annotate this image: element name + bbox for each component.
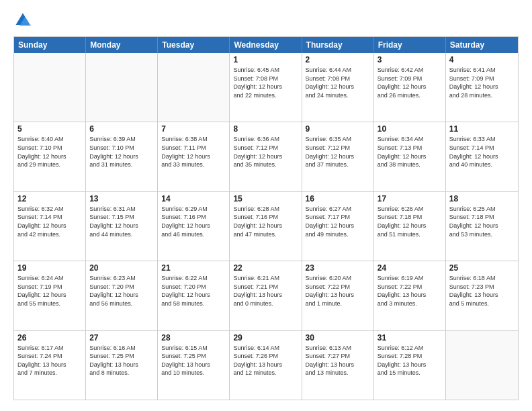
header [13,11,519,30]
day-info: Sunrise: 6:45 AM Sunset: 7:08 PM Dayligh… [233,66,298,99]
day-number: 10 [378,124,442,134]
cal-cell-1: 1Sunrise: 6:45 AM Sunset: 7:08 PM Daylig… [230,53,302,122]
cal-cell-empty-0-1 [86,53,158,122]
cal-cell-13: 13Sunrise: 6:31 AM Sunset: 7:15 PM Dayli… [86,192,158,261]
day-number: 21 [161,263,226,273]
day-number: 8 [233,124,298,134]
day-info: Sunrise: 6:40 AM Sunset: 7:10 PM Dayligh… [17,135,82,169]
cal-week-0: 1Sunrise: 6:45 AM Sunset: 7:08 PM Daylig… [14,53,518,122]
cal-week-4: 26Sunrise: 6:17 AM Sunset: 7:24 PM Dayli… [14,331,518,400]
day-number: 9 [306,124,370,134]
day-number: 20 [89,263,154,273]
cal-cell-8: 8Sunrise: 6:36 AM Sunset: 7:12 PM Daylig… [230,122,302,191]
day-info: Sunrise: 6:20 AM Sunset: 7:22 PM Dayligh… [306,274,370,308]
calendar: SundayMondayTuesdayWednesdayThursdayFrid… [13,36,519,400]
day-number: 17 [378,194,442,203]
cal-cell-12: 12Sunrise: 6:32 AM Sunset: 7:14 PM Dayli… [14,192,86,261]
day-number: 14 [161,194,226,203]
day-info: Sunrise: 6:26 AM Sunset: 7:18 PM Dayligh… [378,205,442,238]
day-info: Sunrise: 6:12 AM Sunset: 7:28 PM Dayligh… [378,344,442,377]
day-number: 18 [449,194,515,203]
day-info: Sunrise: 6:15 AM Sunset: 7:25 PM Dayligh… [161,344,226,377]
day-info: Sunrise: 6:41 AM Sunset: 7:09 PM Dayligh… [449,66,515,99]
cal-header-friday: Friday [374,37,446,53]
day-number: 3 [378,55,442,64]
logo-icon [13,11,32,30]
cal-cell-5: 5Sunrise: 6:40 AM Sunset: 7:10 PM Daylig… [14,122,86,191]
cal-cell-6: 6Sunrise: 6:39 AM Sunset: 7:10 PM Daylig… [86,122,158,191]
day-number: 22 [233,263,298,273]
day-info: Sunrise: 6:13 AM Sunset: 7:27 PM Dayligh… [306,344,370,377]
day-info: Sunrise: 6:27 AM Sunset: 7:17 PM Dayligh… [306,205,370,238]
logo [13,11,35,30]
day-info: Sunrise: 6:44 AM Sunset: 7:08 PM Dayligh… [306,66,370,99]
day-number: 30 [306,333,370,342]
cal-cell-15: 15Sunrise: 6:28 AM Sunset: 7:16 PM Dayli… [230,192,302,261]
day-info: Sunrise: 6:36 AM Sunset: 7:12 PM Dayligh… [233,135,298,169]
day-info: Sunrise: 6:22 AM Sunset: 7:20 PM Dayligh… [161,274,226,308]
cal-cell-31: 31Sunrise: 6:12 AM Sunset: 7:28 PM Dayli… [374,331,446,400]
day-info: Sunrise: 6:29 AM Sunset: 7:16 PM Dayligh… [161,205,226,238]
cal-cell-22: 22Sunrise: 6:21 AM Sunset: 7:21 PM Dayli… [230,261,302,330]
day-number: 7 [161,124,226,134]
cal-cell-9: 9Sunrise: 6:35 AM Sunset: 7:12 PM Daylig… [302,122,374,191]
day-number: 2 [306,55,370,64]
cal-header-wednesday: Wednesday [230,37,302,53]
calendar-header-row: SundayMondayTuesdayWednesdayThursdayFrid… [14,37,518,53]
cal-cell-empty-0-2 [158,53,230,122]
day-info: Sunrise: 6:17 AM Sunset: 7:24 PM Dayligh… [17,344,82,377]
cal-cell-10: 10Sunrise: 6:34 AM Sunset: 7:13 PM Dayli… [374,122,446,191]
day-info: Sunrise: 6:16 AM Sunset: 7:25 PM Dayligh… [89,344,154,377]
cal-week-1: 5Sunrise: 6:40 AM Sunset: 7:10 PM Daylig… [14,122,518,191]
day-number: 6 [89,124,154,134]
cal-week-3: 19Sunrise: 6:24 AM Sunset: 7:19 PM Dayli… [14,261,518,330]
day-number: 11 [449,124,515,134]
cal-cell-19: 19Sunrise: 6:24 AM Sunset: 7:19 PM Dayli… [14,261,86,330]
cal-cell-21: 21Sunrise: 6:22 AM Sunset: 7:20 PM Dayli… [158,261,230,330]
cal-cell-18: 18Sunrise: 6:25 AM Sunset: 7:18 PM Dayli… [446,192,518,261]
day-number: 5 [17,124,82,134]
cal-header-saturday: Saturday [446,37,518,53]
day-number: 26 [17,333,82,342]
day-number: 27 [89,333,154,342]
cal-cell-3: 3Sunrise: 6:42 AM Sunset: 7:09 PM Daylig… [374,53,446,122]
cal-cell-20: 20Sunrise: 6:23 AM Sunset: 7:20 PM Dayli… [86,261,158,330]
day-number: 29 [233,333,298,342]
cal-cell-25: 25Sunrise: 6:18 AM Sunset: 7:23 PM Dayli… [446,261,518,330]
cal-cell-14: 14Sunrise: 6:29 AM Sunset: 7:16 PM Dayli… [158,192,230,261]
day-info: Sunrise: 6:39 AM Sunset: 7:10 PM Dayligh… [89,135,154,169]
day-info: Sunrise: 6:14 AM Sunset: 7:26 PM Dayligh… [233,344,298,377]
cal-cell-11: 11Sunrise: 6:33 AM Sunset: 7:14 PM Dayli… [446,122,518,191]
day-number: 1 [233,55,298,64]
day-number: 15 [233,194,298,203]
cal-cell-27: 27Sunrise: 6:16 AM Sunset: 7:25 PM Dayli… [86,331,158,400]
day-info: Sunrise: 6:38 AM Sunset: 7:11 PM Dayligh… [161,135,226,169]
day-info: Sunrise: 6:42 AM Sunset: 7:09 PM Dayligh… [378,66,442,99]
cal-cell-empty-4-6 [446,331,518,400]
cal-header-sunday: Sunday [14,37,86,53]
day-number: 28 [161,333,226,342]
cal-header-tuesday: Tuesday [158,37,230,53]
cal-cell-28: 28Sunrise: 6:15 AM Sunset: 7:25 PM Dayli… [158,331,230,400]
day-number: 24 [378,263,442,273]
cal-cell-4: 4Sunrise: 6:41 AM Sunset: 7:09 PM Daylig… [446,53,518,122]
day-number: 19 [17,263,82,273]
day-info: Sunrise: 6:33 AM Sunset: 7:14 PM Dayligh… [449,135,515,169]
day-number: 23 [306,263,370,273]
day-number: 4 [449,55,515,64]
day-info: Sunrise: 6:19 AM Sunset: 7:22 PM Dayligh… [378,274,442,308]
cal-cell-empty-0-0 [14,53,86,122]
cal-header-monday: Monday [86,37,158,53]
cal-cell-30: 30Sunrise: 6:13 AM Sunset: 7:27 PM Dayli… [302,331,374,400]
cal-cell-16: 16Sunrise: 6:27 AM Sunset: 7:17 PM Dayli… [302,192,374,261]
day-info: Sunrise: 6:24 AM Sunset: 7:19 PM Dayligh… [17,274,82,308]
cal-week-2: 12Sunrise: 6:32 AM Sunset: 7:14 PM Dayli… [14,192,518,261]
day-info: Sunrise: 6:32 AM Sunset: 7:14 PM Dayligh… [17,205,82,238]
day-info: Sunrise: 6:21 AM Sunset: 7:21 PM Dayligh… [233,274,298,308]
cal-cell-24: 24Sunrise: 6:19 AM Sunset: 7:22 PM Dayli… [374,261,446,330]
day-number: 25 [449,263,515,273]
cal-cell-26: 26Sunrise: 6:17 AM Sunset: 7:24 PM Dayli… [14,331,86,400]
day-number: 16 [306,194,370,203]
cal-cell-17: 17Sunrise: 6:26 AM Sunset: 7:18 PM Dayli… [374,192,446,261]
cal-cell-7: 7Sunrise: 6:38 AM Sunset: 7:11 PM Daylig… [158,122,230,191]
